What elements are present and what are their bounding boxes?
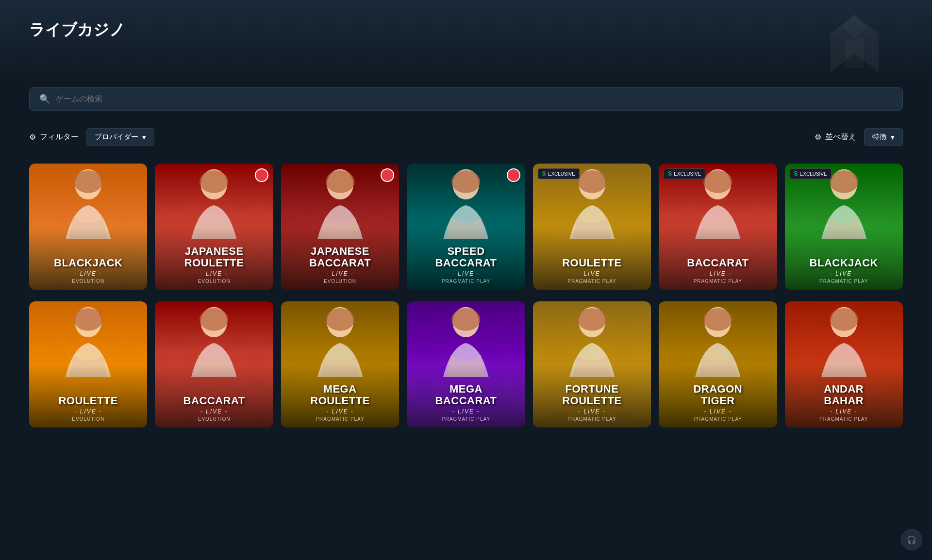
exclusive-badge: S EXCLUSIVE [538, 168, 580, 179]
game-card-japanese-roulette[interactable]: JAPANESEROULETTE - LIVE - EVOLUTION [155, 164, 273, 290]
provider-button[interactable]: プロバイダー ▾ [86, 128, 154, 146]
games-row-1: BLACKJACK - LIVE - EVOLUTION JAPANESEROU [29, 164, 903, 290]
game-info: FORTUNEROULETTE - LIVE - PRAGMATIC PLAY [533, 378, 651, 428]
filter-label: フィルター [40, 132, 79, 142]
game-provider: PRAGMATIC PLAY [413, 279, 519, 284]
svg-point-20 [326, 308, 354, 331]
game-card-japanese-baccarat[interactable]: JAPANESEBACCARAT - LIVE - EVOLUTION [281, 164, 399, 290]
game-name: BACCARAT [161, 395, 267, 407]
game-info: ANDARBAHAR - LIVE - PRAGMATIC PLAY [785, 378, 903, 428]
svg-rect-0 [845, 39, 864, 68]
game-subtitle: - LIVE - [35, 408, 141, 415]
game-info: JAPANESEROULETTE - LIVE - EVOLUTION [155, 240, 273, 290]
svg-point-26 [703, 308, 732, 331]
game-name: BACCARAT [665, 257, 771, 269]
filter-left: ⚙ フィルター プロバイダー ▾ [29, 128, 154, 146]
game-card-dragon-tiger[interactable]: DRAGONTIGER - LIVE - PRAGMATIC PLAY [659, 301, 777, 428]
game-subtitle: - LIVE - [791, 408, 897, 415]
exclusive-badge: S EXCLUSIVE [664, 168, 705, 179]
game-card-andar-bahar[interactable]: ANDARBAHAR - LIVE - PRAGMATIC PLAY [785, 301, 903, 428]
game-name: MEGABACCARAT [413, 383, 519, 407]
game-name: ROULETTE [35, 395, 141, 407]
svg-point-22 [451, 308, 480, 331]
svg-point-2 [74, 170, 102, 193]
headphones-icon: 🎧 [907, 535, 916, 544]
game-name: DRAGONTIGER [665, 383, 771, 407]
game-info: BLACKJACK - LIVE - EVOLUTION [29, 251, 147, 290]
game-card-baccarat-evo[interactable]: BACCARAT - LIVE - EVOLUTION [155, 301, 273, 428]
games-section: BLACKJACK - LIVE - EVOLUTION JAPANESEROU [0, 154, 932, 449]
live-badge [507, 168, 520, 182]
game-info: BACCARAT - LIVE - EVOLUTION [155, 389, 273, 428]
game-info: ROULETTE - LIVE - PRAGMATIC PLAY [533, 251, 651, 290]
game-provider: PRAGMATIC PLAY [791, 279, 897, 284]
s-logo: S [542, 170, 546, 177]
game-name: SPEEDBACCARAT [413, 246, 519, 269]
game-subtitle: - LIVE - [413, 408, 519, 415]
exclusive-badge: S EXCLUSIVE [790, 168, 832, 179]
game-card-mega-baccarat[interactable]: MEGABACCARAT - LIVE - PRAGMATIC PLAY [407, 301, 525, 428]
svg-point-10 [578, 170, 606, 193]
game-subtitle: - LIVE - [287, 270, 393, 277]
game-info: MEGABACCARAT - LIVE - PRAGMATIC PLAY [407, 378, 525, 428]
filter-button[interactable]: ⚙ フィルター [29, 128, 79, 146]
game-info: DRAGONTIGER - LIVE - PRAGMATIC PLAY [659, 378, 777, 428]
game-name: BLACKJACK [791, 257, 897, 269]
svg-point-6 [326, 170, 354, 193]
game-name: MEGAROULETTE [287, 383, 393, 407]
support-button[interactable]: 🎧 [901, 529, 922, 550]
game-provider: EVOLUTION [161, 416, 267, 422]
game-card-baccarat-pp[interactable]: S EXCLUSIVE BACCARAT - LIVE - PRAGMATIC … [659, 164, 777, 290]
game-provider: PRAGMATIC PLAY [539, 279, 645, 284]
game-card-roulette-pp[interactable]: S EXCLUSIVE ROULETTE - LIVE - PRAGMATIC … [533, 164, 651, 290]
game-provider: PRAGMATIC PLAY [539, 416, 645, 422]
search-input[interactable] [56, 95, 893, 103]
game-provider: PRAGMATIC PLAY [665, 416, 771, 422]
game-subtitle: - LIVE - [35, 270, 141, 277]
games-row-2: ROULETTE - LIVE - EVOLUTION BACCARAT [29, 301, 903, 428]
game-provider: PRAGMATIC PLAY [791, 416, 897, 422]
game-info: MEGAROULETTE - LIVE - PRAGMATIC PLAY [281, 378, 399, 428]
game-name: JAPANESEBACCARAT [287, 246, 393, 269]
game-provider: EVOLUTION [161, 279, 267, 284]
game-name: FORTUNEROULETTE [539, 383, 645, 407]
game-subtitle: - LIVE - [791, 270, 897, 277]
game-provider: EVOLUTION [35, 279, 141, 284]
page-title: ライブカジノ [29, 19, 903, 41]
game-card-speed-baccarat[interactable]: SPEEDBACCARAT - LIVE - PRAGMATIC PLAY [407, 164, 525, 290]
svg-point-8 [451, 170, 480, 193]
svg-point-12 [703, 170, 732, 193]
search-bar[interactable]: 🔍 [29, 87, 903, 111]
game-provider: PRAGMATIC PLAY [665, 279, 771, 284]
game-provider: PRAGMATIC PLAY [413, 416, 519, 422]
s-logo: S [668, 170, 672, 177]
header: ライブカジノ [0, 0, 932, 78]
game-provider: PRAGMATIC PLAY [287, 416, 393, 422]
game-name: JAPANESEROULETTE [161, 246, 267, 269]
game-card-fortune-roulette[interactable]: FORTUNEROULETTE - LIVE - PRAGMATIC PLAY [533, 301, 651, 428]
game-info: ROULETTE - LIVE - EVOLUTION [29, 389, 147, 428]
game-subtitle: - LIVE - [287, 408, 393, 415]
sort-button[interactable]: ⚙ 並べ替え [815, 132, 856, 142]
game-card-blackjack-1[interactable]: BLACKJACK - LIVE - EVOLUTION [29, 164, 147, 290]
svg-point-4 [200, 170, 228, 193]
game-provider: EVOLUTION [35, 416, 141, 422]
game-name: ROULETTE [539, 257, 645, 269]
game-subtitle: - LIVE - [665, 270, 771, 277]
svg-point-14 [830, 170, 858, 193]
feature-button[interactable]: 特徴 ▾ [864, 128, 903, 146]
filter-right: ⚙ 並べ替え 特徴 ▾ [815, 128, 903, 146]
game-subtitle: - LIVE - [539, 408, 645, 415]
game-card-mega-roulette[interactable]: MEGAROULETTE - LIVE - PRAGMATIC PLAY [281, 301, 399, 428]
exclusive-label: EXCLUSIVE [548, 171, 575, 177]
game-card-blackjack-pp[interactable]: S EXCLUSIVE BLACKJACK - LIVE - PRAGMATIC… [785, 164, 903, 290]
sort-label: 並べ替え [825, 132, 856, 142]
filter-icon: ⚙ [29, 132, 36, 142]
game-card-roulette-evo[interactable]: ROULETTE - LIVE - EVOLUTION [29, 301, 147, 428]
search-icon: 🔍 [39, 94, 50, 104]
game-subtitle: - LIVE - [161, 408, 267, 415]
chevron-down-icon-2: ▾ [891, 133, 895, 142]
game-provider: EVOLUTION [287, 279, 393, 284]
game-info: BLACKJACK - LIVE - PRAGMATIC PLAY [785, 251, 903, 290]
game-info: BACCARAT - LIVE - PRAGMATIC PLAY [659, 251, 777, 290]
